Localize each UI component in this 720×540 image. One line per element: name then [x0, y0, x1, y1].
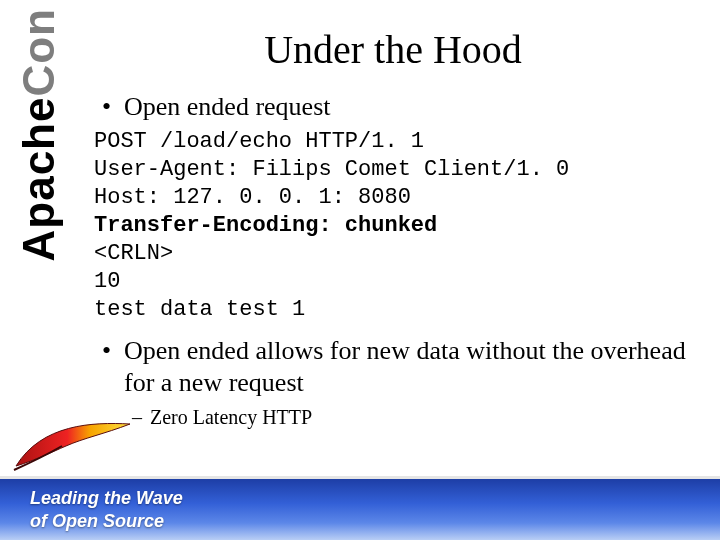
code-line-4: Transfer-Encoding: chunked: [94, 213, 437, 238]
bullet-list: Open ended request: [102, 91, 696, 124]
code-line-3: Host: 127. 0. 0. 1: 8080: [94, 185, 411, 210]
content-area: Under the Hood Open ended request POST /…: [90, 26, 696, 430]
bullet-item-2: Open ended allows for new data without t…: [102, 335, 696, 400]
code-line-7: test data test 1: [94, 297, 305, 322]
brand-apache: Apache: [14, 97, 63, 262]
code-line-1: POST /load/echo HTTP/1. 1: [94, 129, 424, 154]
code-block: POST /load/echo HTTP/1. 1 User-Agent: Fi…: [94, 128, 696, 325]
slide: ApacheCon Leading the Wave of Open Sourc…: [0, 0, 720, 540]
code-line-2: User-Agent: Filips Comet Client/1. 0: [94, 157, 569, 182]
footer-bar: Leading the Wave of Open Source: [0, 476, 720, 540]
bullet-item-1: Open ended request: [102, 91, 696, 124]
sub-bullet-1: Zero Latency HTTP: [132, 404, 696, 430]
brand-strip: ApacheCon: [10, 8, 68, 428]
footer-tagline: Leading the Wave of Open Source: [30, 487, 183, 532]
footer-line2: of Open Source: [30, 510, 183, 533]
brand-logo-text: ApacheCon: [14, 8, 64, 261]
code-line-5: <CRLN>: [94, 241, 173, 266]
bullet-list-2: Open ended allows for new data without t…: [102, 335, 696, 400]
footer-line1: Leading the Wave: [30, 487, 183, 510]
sub-bullet-list: Zero Latency HTTP: [132, 404, 696, 430]
brand-con: Con: [14, 8, 63, 97]
code-line-6: 10: [94, 269, 120, 294]
slide-title: Under the Hood: [90, 26, 696, 73]
